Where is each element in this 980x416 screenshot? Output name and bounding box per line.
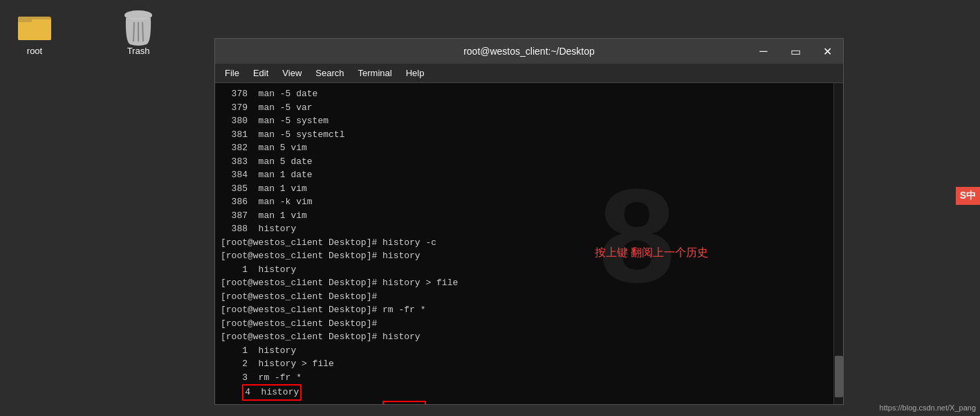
- svg-rect-1: [18, 19, 51, 40]
- menu-search[interactable]: Search: [308, 66, 351, 80]
- terminal-line: 379 man -5 var: [221, 101, 838, 115]
- terminal-line: 378 man -5 date: [221, 87, 838, 101]
- terminal-line: 1 history: [221, 263, 838, 277]
- terminal-line: 3 rm -fr *: [221, 371, 838, 385]
- menu-edit[interactable]: Edit: [246, 66, 275, 80]
- terminal-line: 386 man -k vim: [221, 195, 838, 209]
- highlight-box-prompt-history: history: [382, 401, 426, 405]
- folder-icon: [17, 7, 53, 43]
- desktop-icon-trash[interactable]: Trash: [111, 7, 166, 56]
- maximize-button[interactable]: ▭: [779, 39, 811, 64]
- highlight-box-4history: 4 history: [242, 384, 302, 401]
- terminal-line: 383 man 5 date: [221, 155, 838, 169]
- title-bar: root@westos_client:~/Desktop ─ ▭ ✕: [215, 39, 843, 64]
- terminal-line: [root@westos_client Desktop]# history: [221, 330, 838, 344]
- terminal-line: 385 man 1 vim: [221, 182, 838, 196]
- title-bar-controls: ─ ▭ ✕: [748, 39, 843, 64]
- terminal-line: 2 history > file: [221, 357, 838, 371]
- terminal-line: 387 man 1 vim: [221, 209, 838, 223]
- svg-rect-2: [18, 17, 32, 22]
- menu-help[interactable]: Help: [399, 66, 432, 80]
- terminal-line: 384 man 1 date: [221, 168, 838, 182]
- terminal-line: [root@westos_client Desktop]#: [221, 317, 838, 331]
- highlighted-history-line: 4 history: [221, 384, 838, 401]
- terminal-prompt-line: [root@westos_client Desktop]# history: [221, 401, 838, 405]
- svg-point-4: [124, 10, 152, 20]
- desktop-icon-root[interactable]: root: [7, 7, 62, 56]
- terminal-line: 382 man 5 vim: [221, 141, 838, 155]
- terminal-line: [root@westos_client Desktop]# history > …: [221, 276, 838, 290]
- svg-line-5: [133, 22, 134, 42]
- terminal-line: [root@westos_client Desktop]# rm -fr *: [221, 303, 838, 317]
- close-button[interactable]: ✕: [811, 39, 843, 64]
- minimize-button[interactable]: ─: [748, 39, 779, 64]
- menu-file[interactable]: File: [218, 66, 246, 80]
- menu-view[interactable]: View: [275, 66, 308, 80]
- icon-label: Trash: [127, 46, 150, 56]
- svg-line-7: [142, 22, 143, 42]
- title-bar-title: root@westos_client:~/Desktop: [463, 46, 595, 57]
- terminal-line: [root@westos_client Desktop]# history -c: [221, 236, 838, 250]
- scrollbar[interactable]: [833, 83, 843, 404]
- terminal-window: root@westos_client:~/Desktop ─ ▭ ✕ File …: [214, 38, 844, 405]
- terminal-line: [root@westos_client Desktop]# history: [221, 249, 838, 263]
- scrollbar-thumb[interactable]: [835, 356, 843, 397]
- csdn-badge[interactable]: S中: [956, 187, 980, 205]
- icon-label: root: [27, 46, 42, 56]
- terminal-line: [root@westos_client Desktop]#: [221, 290, 838, 304]
- terminal-line: 381 man -5 systemctl: [221, 128, 838, 142]
- terminal-line: 380 man -5 system: [221, 114, 838, 128]
- terminal-line: 1 history: [221, 344, 838, 358]
- csdn-url: https://blog.csdn.net/X_pang: [880, 404, 976, 412]
- annotation-text: 按上键 翻阅上一个历史: [595, 246, 708, 260]
- menu-bar: File Edit View Search Terminal Help: [215, 64, 843, 83]
- terminal-line: 388 history: [221, 222, 838, 236]
- menu-terminal[interactable]: Terminal: [351, 66, 399, 80]
- trash-icon: [120, 7, 156, 43]
- terminal-content[interactable]: 8 378 man -5 date 379 man -5 var 380 man…: [215, 83, 843, 404]
